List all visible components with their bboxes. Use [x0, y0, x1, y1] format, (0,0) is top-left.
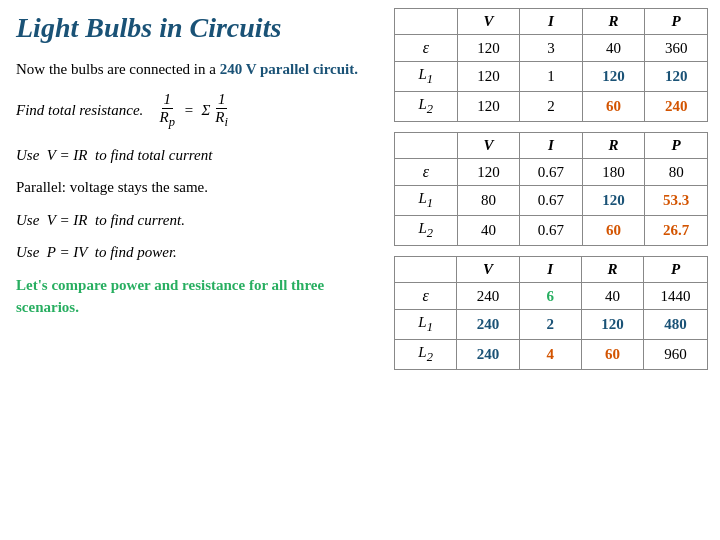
table-3-row-L2: L2 240 4 60 960 — [395, 340, 708, 370]
table-2-L1-R: 120 — [582, 186, 645, 216]
table-1-L1-V: 120 — [457, 62, 520, 92]
table-2-epsilon-R: 180 — [582, 159, 645, 186]
table-1-epsilon-P: 360 — [645, 35, 708, 62]
table-2-header-P: P — [645, 133, 708, 159]
table-1-L2-I: 2 — [520, 92, 583, 122]
left-panel: Light Bulbs in Circuits Now the bulbs ar… — [0, 0, 390, 540]
table-1-row-L1: L1 120 1 120 120 — [395, 62, 708, 92]
table-2-L1-V: 80 — [457, 186, 520, 216]
table-3-header-blank — [395, 257, 457, 283]
table-1-header-blank — [395, 9, 458, 35]
table-1-L2-P: 240 — [645, 92, 708, 122]
table-1-header-P: P — [645, 9, 708, 35]
table-3-header-P: P — [644, 257, 708, 283]
table-3-L1-R: 120 — [581, 310, 643, 340]
table-3-L2-I: 4 — [519, 340, 581, 370]
table-2-row-L1: L1 80 0.67 120 53.3 — [395, 186, 708, 216]
use-piv-text: Use P = IV to find power. — [16, 241, 374, 264]
parallel-note-text: Parallel: voltage stays the same. — [16, 176, 374, 199]
table-1-epsilon-I: 3 — [520, 35, 583, 62]
table-3-row-epsilon: ε 240 6 40 1440 — [395, 283, 708, 310]
table-1-epsilon-V: 120 — [457, 35, 520, 62]
right-panel: V I R P ε 120 3 40 360 L1 120 1 120 120 — [390, 0, 720, 540]
table-3-epsilon-V: 240 — [457, 283, 519, 310]
table-2-L2-V: 40 — [457, 216, 520, 246]
table-1: V I R P ε 120 3 40 360 L1 120 1 120 120 — [394, 8, 708, 122]
table-1-header-I: I — [520, 9, 583, 35]
resistance-formula: Find total resistance. 1 Rp = Σ 1 Ri — [16, 91, 233, 130]
table-2-L2-P: 26.7 — [645, 216, 708, 246]
table-2-header-blank — [395, 133, 458, 159]
table-3-epsilon-P: 1440 — [644, 283, 708, 310]
table-1-L1-I: 1 — [520, 62, 583, 92]
table-3-header-R: R — [581, 257, 643, 283]
parallel-highlight: 240 V parallel circuit. — [220, 61, 358, 77]
table-2-row-epsilon: ε 120 0.67 180 80 — [395, 159, 708, 186]
table-3-epsilon-R: 40 — [581, 283, 643, 310]
table-3-header-V: V — [457, 257, 519, 283]
table-2-L1-I: 0.67 — [520, 186, 583, 216]
use-vir-1-text: Use V = IR to find total current — [16, 144, 374, 167]
table-2-L2-R: 60 — [582, 216, 645, 246]
page-title: Light Bulbs in Circuits — [16, 12, 374, 44]
table-2-row-L2: L2 40 0.67 60 26.7 — [395, 216, 708, 246]
table-3-epsilon-label: ε — [395, 283, 457, 310]
table-2-header-V: V — [457, 133, 520, 159]
table-2-epsilon-I: 0.67 — [520, 159, 583, 186]
table-1-row-epsilon: ε 120 3 40 360 — [395, 35, 708, 62]
table-2: V I R P ε 120 0.67 180 80 L1 80 0.67 120… — [394, 132, 708, 246]
table-1-L1-P: 120 — [645, 62, 708, 92]
table-3-epsilon-I: 6 — [519, 283, 581, 310]
table-3-header-I: I — [519, 257, 581, 283]
table-1-L2-label: L2 — [395, 92, 458, 122]
table-3-L2-label: L2 — [395, 340, 457, 370]
table-3-L2-V: 240 — [457, 340, 519, 370]
table-2-epsilon-P: 80 — [645, 159, 708, 186]
table-2-L1-label: L1 — [395, 186, 458, 216]
table-2-L2-label: L2 — [395, 216, 458, 246]
table-1-row-L2: L2 120 2 60 240 — [395, 92, 708, 122]
table-1-header-V: V — [457, 9, 520, 35]
table-3-L1-I: 2 — [519, 310, 581, 340]
table-1-header-row: V I R P — [395, 9, 708, 35]
table-3-header-row: V I R P — [395, 257, 708, 283]
table-3: V I R P ε 240 6 40 1440 L1 240 2 120 480 — [394, 256, 708, 370]
table-3-L2-R: 60 — [581, 340, 643, 370]
table-3-L1-V: 240 — [457, 310, 519, 340]
table-1-epsilon-R: 40 — [582, 35, 645, 62]
table-1-L2-V: 120 — [457, 92, 520, 122]
use-vir-2-text: Use V = IR to find current. — [16, 209, 374, 232]
table-2-L2-I: 0.67 — [520, 216, 583, 246]
table-2-L1-P: 53.3 — [645, 186, 708, 216]
table-2-header-row: V I R P — [395, 133, 708, 159]
table-3-L1-P: 480 — [644, 310, 708, 340]
table-1-epsilon-label: ε — [395, 35, 458, 62]
table-3-L2-P: 960 — [644, 340, 708, 370]
table-1-header-R: R — [582, 9, 645, 35]
table-3-L1-label: L1 — [395, 310, 457, 340]
table-2-header-R: R — [582, 133, 645, 159]
table-2-epsilon-label: ε — [395, 159, 458, 186]
formula-block: Find total resistance. 1 Rp = Σ 1 Ri — [16, 91, 374, 130]
table-1-L2-R: 60 — [582, 92, 645, 122]
table-3-row-L1: L1 240 2 120 480 — [395, 310, 708, 340]
intro-text: Now the bulbs are connected in a 240 V p… — [16, 58, 374, 81]
table-1-L1-label: L1 — [395, 62, 458, 92]
table-1-L1-R: 120 — [582, 62, 645, 92]
table-2-header-I: I — [520, 133, 583, 159]
compare-text: Let's compare power and resistance for a… — [16, 274, 374, 319]
table-2-epsilon-V: 120 — [457, 159, 520, 186]
